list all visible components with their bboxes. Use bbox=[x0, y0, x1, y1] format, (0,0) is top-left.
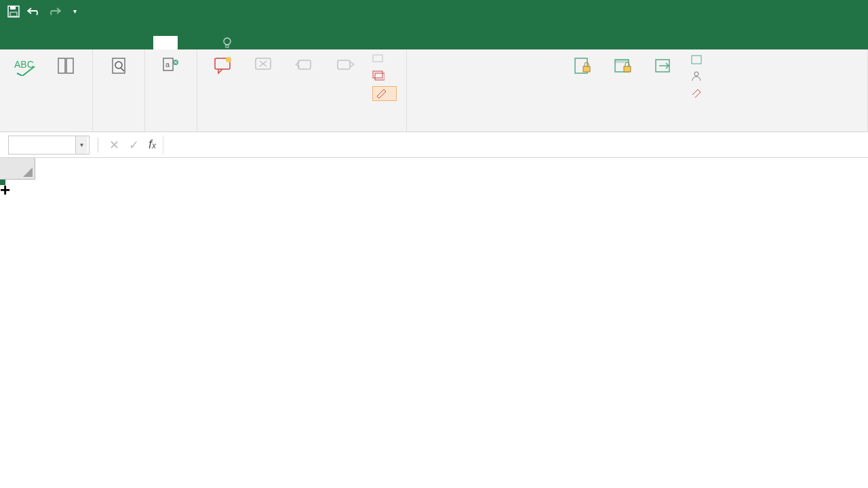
svg-rect-28 bbox=[692, 56, 701, 64]
btn-alle-kommentare[interactable] bbox=[372, 70, 397, 82]
title-bar: ▾ bbox=[0, 0, 868, 22]
btn-kommentar-einaus bbox=[372, 54, 397, 66]
show-all-comments-icon bbox=[372, 70, 384, 82]
tab-ueberpruefen[interactable] bbox=[153, 36, 178, 49]
btn-naechster bbox=[325, 52, 366, 81]
namebox-dropdown-icon[interactable]: ▾ bbox=[75, 136, 87, 154]
svg-rect-26 bbox=[624, 66, 631, 72]
select-all-corner[interactable] bbox=[0, 158, 35, 180]
tell-me-search[interactable] bbox=[222, 37, 237, 49]
spellcheck-icon: ABC bbox=[14, 54, 38, 78]
btn-blatt-schuetzen[interactable] bbox=[562, 52, 603, 81]
tab-datei[interactable] bbox=[7, 36, 31, 49]
tab-daten[interactable] bbox=[129, 36, 153, 49]
share-workbook-icon bbox=[652, 54, 676, 78]
lightbulb-icon bbox=[222, 37, 232, 49]
svg-line-10 bbox=[121, 68, 124, 71]
svg-rect-17 bbox=[298, 60, 311, 69]
group-einblicke bbox=[93, 49, 145, 131]
formula-bar: ▾ ✕ ✓ fx bbox=[0, 132, 868, 158]
svg-text:a: a bbox=[165, 60, 170, 68]
svg-point-29 bbox=[694, 72, 698, 76]
smart-lookup-icon bbox=[106, 54, 131, 78]
worksheet[interactable]: + bbox=[0, 158, 868, 180]
svg-point-3 bbox=[224, 38, 231, 45]
group-rechtschreibung: ABC bbox=[0, 49, 93, 131]
btn-intelligente-suche[interactable] bbox=[98, 52, 139, 81]
btn-arbeitsm-row[interactable] bbox=[691, 54, 709, 66]
next-comment-icon bbox=[333, 54, 357, 78]
svg-rect-7 bbox=[66, 58, 73, 73]
btn-benutzer-row[interactable] bbox=[691, 70, 709, 82]
ink-icon bbox=[376, 87, 388, 100]
svg-rect-1 bbox=[10, 6, 16, 9]
btn-freihand[interactable] bbox=[372, 86, 397, 101]
tab-formeln[interactable] bbox=[104, 36, 129, 49]
svg-rect-18 bbox=[338, 60, 350, 69]
cancel-icon: ✕ bbox=[109, 138, 119, 152]
qat-customize-icon[interactable]: ▾ bbox=[68, 5, 81, 18]
group-sprache: a bbox=[145, 49, 197, 131]
tab-start[interactable] bbox=[31, 36, 56, 49]
svg-rect-8 bbox=[113, 58, 125, 73]
btn-vorheriger bbox=[284, 52, 325, 81]
undo-icon[interactable] bbox=[27, 5, 41, 18]
name-box[interactable]: ▾ bbox=[8, 136, 90, 155]
btn-thesaurus[interactable] bbox=[46, 52, 87, 81]
track-changes-icon bbox=[691, 86, 703, 98]
ribbon-tabs bbox=[0, 22, 868, 49]
svg-rect-19 bbox=[373, 55, 382, 62]
fx-icon[interactable]: fx bbox=[149, 138, 156, 152]
quick-access-toolbar: ▾ bbox=[0, 5, 81, 18]
user-icon bbox=[691, 70, 703, 82]
delete-comment-icon bbox=[252, 54, 276, 78]
fill-handle[interactable] bbox=[0, 180, 5, 185]
svg-rect-2 bbox=[10, 12, 17, 16]
workbook-icon bbox=[691, 54, 703, 66]
thesaurus-icon bbox=[54, 54, 79, 78]
svg-rect-20 bbox=[373, 71, 382, 78]
enter-icon: ✓ bbox=[129, 138, 139, 152]
translate-icon: a bbox=[159, 54, 183, 78]
group-aenderungen bbox=[407, 49, 868, 131]
btn-uebersetzen[interactable]: a bbox=[151, 52, 191, 81]
protect-sheet-icon bbox=[570, 54, 595, 78]
btn-rechtschreibung[interactable]: ABC bbox=[5, 52, 46, 81]
redo-icon[interactable] bbox=[47, 5, 61, 18]
btn-loeschen bbox=[243, 52, 284, 81]
svg-rect-6 bbox=[58, 58, 65, 73]
btn-arbeitsmappe-freigeben[interactable] bbox=[644, 52, 684, 81]
btn-neuer-kommentar[interactable] bbox=[203, 52, 243, 81]
ribbon: ABC a bbox=[0, 49, 868, 132]
svg-rect-23 bbox=[583, 66, 590, 72]
tab-seitenlayout[interactable] bbox=[80, 36, 104, 49]
prev-comment-icon bbox=[292, 54, 317, 78]
new-comment-icon bbox=[211, 54, 235, 78]
btn-aenderun-row[interactable] bbox=[691, 86, 709, 98]
svg-rect-21 bbox=[375, 73, 384, 80]
group-kommentare bbox=[197, 49, 407, 131]
svg-text:ABC: ABC bbox=[14, 59, 34, 70]
svg-point-15 bbox=[226, 57, 231, 62]
tab-ansicht[interactable] bbox=[178, 36, 202, 49]
formula-input[interactable] bbox=[163, 136, 868, 155]
tab-einfuegen[interactable] bbox=[56, 36, 80, 49]
btn-arbeitsmappe-schuetzen[interactable] bbox=[603, 52, 644, 81]
toggle-comment-icon bbox=[372, 54, 384, 66]
save-icon[interactable] bbox=[7, 5, 20, 18]
protect-workbook-icon bbox=[611, 54, 635, 78]
